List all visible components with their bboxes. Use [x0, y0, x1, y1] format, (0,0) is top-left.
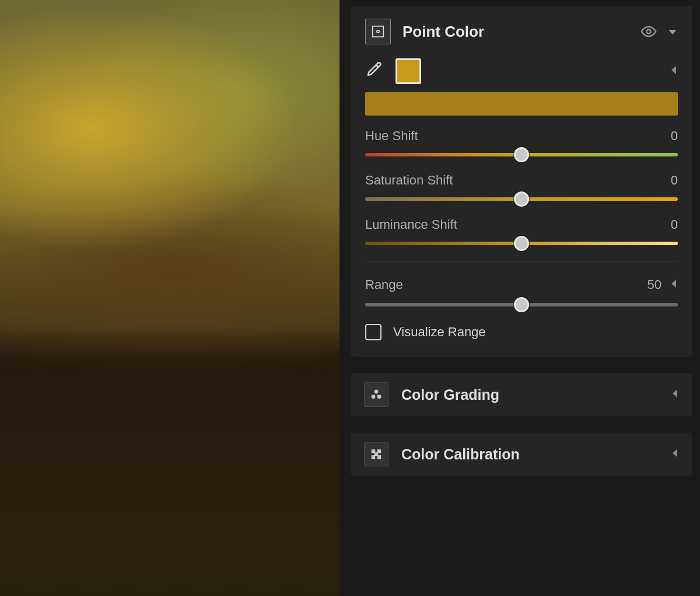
- saturation-shift-slider[interactable]: Saturation Shift 0: [365, 173, 678, 201]
- hue-shift-slider[interactable]: Hue Shift 0: [365, 128, 678, 156]
- svg-point-2: [647, 30, 651, 34]
- collapse-arrow-icon[interactable]: [670, 65, 678, 78]
- saturation-label: Saturation Shift: [365, 173, 453, 188]
- range-value[interactable]: 50: [648, 277, 662, 292]
- saturation-value[interactable]: 0: [671, 173, 678, 188]
- color-grading-icon: [364, 382, 388, 407]
- saturation-thumb[interactable]: [514, 191, 529, 207]
- range-collapse-icon[interactable]: [670, 277, 678, 292]
- luminance-thumb[interactable]: [514, 236, 529, 251]
- hue-value[interactable]: 0: [671, 128, 678, 144]
- panel-title: Point Color: [402, 23, 629, 41]
- image-preview: [0, 0, 340, 596]
- divider: [365, 262, 678, 262]
- point-color-panel: Point Color: [351, 6, 692, 357]
- color-grading-title: Color Grading: [401, 386, 658, 403]
- panel-menu-icon[interactable]: [667, 27, 678, 36]
- svg-marker-9: [673, 389, 677, 398]
- svg-marker-5: [671, 280, 676, 288]
- visualize-range-checkbox[interactable]: [365, 324, 382, 340]
- svg-marker-15: [673, 449, 677, 457]
- visualize-range-label: Visualize Range: [393, 325, 486, 340]
- luminance-value[interactable]: 0: [671, 217, 678, 232]
- svg-point-1: [377, 30, 379, 33]
- color-grading-panel[interactable]: Color Grading: [351, 373, 692, 416]
- svg-rect-14: [374, 452, 378, 456]
- right-panel-column: Point Color: [340, 0, 700, 596]
- hue-thumb[interactable]: [514, 147, 529, 162]
- color-swatch[interactable]: [396, 58, 421, 84]
- chevron-left-icon: [671, 388, 679, 401]
- luminance-label: Luminance Shift: [365, 217, 457, 232]
- color-calibration-panel[interactable]: Color Calibration: [351, 433, 692, 476]
- svg-marker-4: [671, 66, 676, 74]
- luminance-shift-slider[interactable]: Luminance Shift 0: [365, 217, 678, 245]
- range-label: Range: [365, 277, 403, 292]
- range-thumb[interactable]: [514, 297, 529, 312]
- eyedropper-icon[interactable]: [365, 61, 383, 81]
- svg-marker-3: [668, 30, 677, 34]
- chevron-left-icon: [671, 448, 679, 461]
- color-bar[interactable]: [365, 92, 678, 116]
- svg-point-6: [374, 390, 379, 394]
- hue-label: Hue Shift: [365, 128, 418, 144]
- color-calibration-title: Color Calibration: [401, 446, 658, 463]
- svg-point-7: [372, 395, 376, 399]
- visibility-toggle-icon[interactable]: [640, 23, 657, 40]
- color-calibration-icon: [364, 442, 388, 466]
- svg-rect-0: [373, 26, 383, 37]
- point-color-icon[interactable]: [365, 19, 391, 44]
- range-slider[interactable]: [365, 303, 678, 306]
- svg-point-8: [377, 395, 382, 399]
